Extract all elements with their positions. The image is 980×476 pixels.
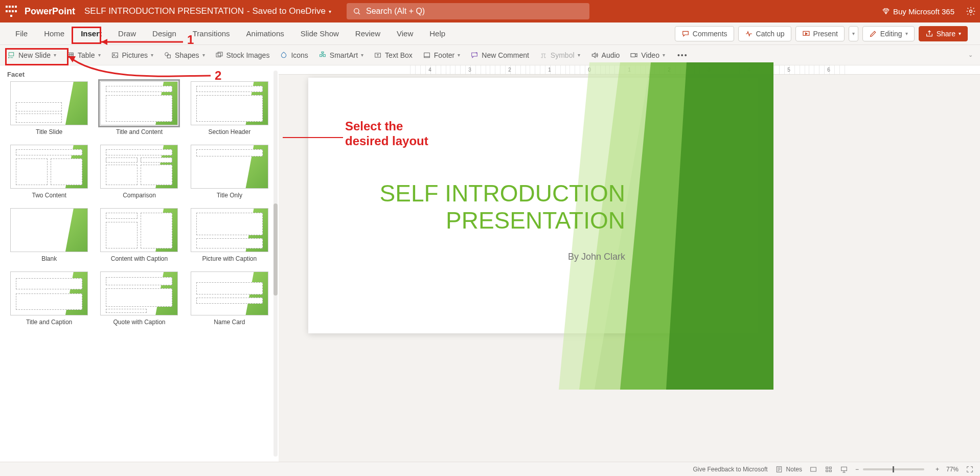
content: Facet Title Slide Title and Content Sect… bbox=[0, 65, 980, 462]
layout-caption: Title Only bbox=[217, 192, 242, 199]
layout-thumbnail bbox=[191, 271, 268, 315]
zoom-out-button[interactable]: − bbox=[855, 466, 859, 473]
scrollbar-thumb[interactable] bbox=[274, 203, 278, 296]
new-comment-button[interactable]: New Comment bbox=[470, 51, 529, 59]
layout-thumbnail bbox=[100, 271, 178, 315]
svg-rect-32 bbox=[841, 467, 847, 470]
search-icon bbox=[353, 7, 361, 15]
svg-rect-27 bbox=[811, 467, 816, 471]
svg-rect-13 bbox=[323, 54, 325, 56]
fit-to-window-button[interactable] bbox=[966, 465, 974, 473]
textbox-button[interactable]: Text Box bbox=[374, 51, 413, 59]
zoom-slider[interactable] bbox=[863, 468, 924, 470]
new-comment-icon bbox=[470, 51, 478, 59]
svg-point-2 bbox=[970, 10, 972, 13]
symbol-icon bbox=[539, 51, 548, 59]
chevron-down-icon: ▾ bbox=[905, 31, 908, 36]
search-placeholder: Search (Alt + Q) bbox=[366, 7, 425, 16]
tab-file[interactable]: File bbox=[7, 22, 36, 44]
present-button[interactable]: Present bbox=[795, 26, 845, 41]
view-normal-button[interactable] bbox=[809, 465, 817, 473]
layout-thumbnail bbox=[10, 208, 88, 252]
smartart-button[interactable]: SmartArt▾ bbox=[318, 51, 363, 59]
svg-line-1 bbox=[358, 13, 360, 14]
layout-option[interactable]: Comparison bbox=[99, 145, 179, 199]
document-title[interactable]: SELF INTRODUCTION PRESENTATION - Saved t… bbox=[84, 6, 331, 16]
textbox-icon bbox=[374, 51, 382, 59]
layout-option[interactable]: Quote with Caption bbox=[99, 271, 179, 326]
feedback-link[interactable]: Give Feedback to Microsoft bbox=[693, 466, 768, 473]
stock-images-button[interactable]: Stock Images bbox=[215, 51, 270, 59]
notes-button[interactable]: Notes bbox=[775, 465, 802, 473]
tab-home[interactable]: Home bbox=[36, 22, 73, 44]
tab-animations[interactable]: Animations bbox=[238, 22, 292, 44]
present-dropdown[interactable]: ▾ bbox=[849, 26, 858, 41]
layout-option[interactable]: Title Only bbox=[190, 145, 269, 199]
zoom-in-button[interactable]: + bbox=[936, 466, 939, 473]
view-slideshow-button[interactable] bbox=[840, 465, 848, 473]
comments-button[interactable]: Comments bbox=[675, 26, 734, 41]
svg-rect-18 bbox=[631, 53, 635, 57]
tab-view[interactable]: View bbox=[389, 22, 421, 44]
buy-microsoft-365-button[interactable]: Buy Microsoft 365 bbox=[882, 7, 954, 16]
layout-thumbnail bbox=[100, 81, 178, 125]
icons-button[interactable]: Icons bbox=[280, 51, 308, 59]
video-button[interactable]: Video▾ bbox=[630, 51, 665, 59]
gallery-scrollbar[interactable] bbox=[274, 71, 278, 457]
tab-help[interactable]: Help bbox=[421, 22, 453, 44]
pulse-icon bbox=[745, 30, 753, 38]
layout-option[interactable]: Picture with Caption bbox=[190, 208, 269, 262]
layout-thumbnail bbox=[10, 271, 88, 315]
zoom-slider-knob[interactable] bbox=[893, 466, 894, 472]
layout-thumbnail bbox=[191, 208, 268, 252]
layout-option[interactable]: Blank bbox=[9, 208, 89, 262]
view-normal-icon bbox=[809, 465, 817, 473]
comment-icon bbox=[681, 30, 690, 38]
tab-review[interactable]: Review bbox=[347, 22, 389, 44]
layout-option[interactable]: Title Slide bbox=[9, 81, 89, 135]
view-sorter-button[interactable] bbox=[825, 465, 833, 473]
layout-caption: Title Slide bbox=[36, 128, 62, 135]
annotation-arrow-1 bbox=[101, 31, 193, 51]
chevron-down-icon: ▾ bbox=[329, 9, 331, 14]
footer-icon bbox=[423, 51, 431, 59]
symbol-button[interactable]: Symbol▾ bbox=[539, 51, 580, 59]
slide-canvas[interactable]: SELF INTRODUCTION PRESENTATION By John C… bbox=[308, 78, 758, 333]
catch-up-button[interactable]: Catch up bbox=[738, 26, 791, 41]
footer-button[interactable]: Footer▾ bbox=[423, 51, 460, 59]
new-slide-button[interactable]: New Slide▾ bbox=[7, 51, 56, 59]
layout-option[interactable]: Content with Caption bbox=[99, 208, 179, 262]
pencil-icon bbox=[869, 30, 877, 38]
layout-option[interactable]: Title and Caption bbox=[9, 271, 89, 326]
collapse-ribbon-button[interactable]: ⌄ bbox=[968, 52, 973, 58]
layout-caption: Picture with Caption bbox=[202, 255, 257, 262]
layout-thumbnail bbox=[100, 208, 178, 252]
layout-caption: Name Card bbox=[214, 319, 245, 326]
settings-button[interactable] bbox=[966, 6, 976, 16]
app-launcher-icon[interactable] bbox=[4, 4, 18, 18]
search-input[interactable]: Search (Alt + Q) bbox=[347, 3, 589, 19]
slide-title[interactable]: SELF INTRODUCTION PRESENTATION bbox=[364, 180, 625, 234]
layout-thumbnail bbox=[191, 81, 268, 125]
layout-option[interactable]: Title and Content bbox=[99, 81, 179, 135]
layout-caption: Content with Caption bbox=[111, 255, 168, 262]
audio-button[interactable]: Audio bbox=[590, 51, 620, 59]
slide-subtitle[interactable]: By John Clark bbox=[462, 252, 625, 262]
svg-rect-12 bbox=[320, 54, 322, 56]
notes-icon bbox=[775, 465, 783, 473]
svg-rect-31 bbox=[829, 470, 831, 471]
document-title-text: SELF INTRODUCTION PRESENTATION bbox=[84, 6, 244, 16]
gear-icon bbox=[966, 6, 976, 16]
tab-slideshow[interactable]: Slide Show bbox=[292, 22, 347, 44]
present-icon bbox=[802, 30, 810, 38]
svg-rect-29 bbox=[829, 467, 831, 468]
editing-mode-button[interactable]: Editing ▾ bbox=[862, 26, 915, 41]
smartart-icon bbox=[318, 51, 327, 59]
svg-rect-16 bbox=[424, 53, 429, 57]
layout-option[interactable]: Two Content bbox=[9, 145, 89, 199]
ribbon-more-button[interactable]: ••• bbox=[677, 51, 688, 59]
layout-option[interactable]: Name Card bbox=[190, 271, 269, 326]
share-button[interactable]: Share ▾ bbox=[919, 26, 968, 41]
layout-option[interactable]: Section Header bbox=[190, 81, 269, 135]
zoom-level[interactable]: 77% bbox=[946, 466, 959, 473]
